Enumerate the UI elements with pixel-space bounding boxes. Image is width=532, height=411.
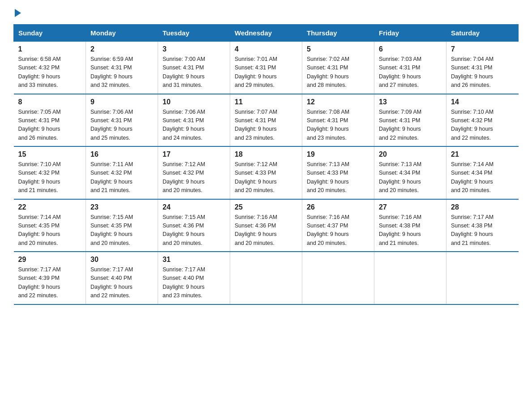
- calendar-day-cell: 26 Sunrise: 7:16 AMSunset: 4:37 PMDaylig…: [302, 199, 374, 252]
- calendar-week-row: 1 Sunrise: 6:58 AMSunset: 4:32 PMDayligh…: [14, 42, 519, 94]
- day-info: Sunrise: 7:16 AMSunset: 4:36 PMDaylight:…: [235, 214, 277, 246]
- day-info: Sunrise: 7:10 AMSunset: 4:32 PMDaylight:…: [451, 109, 493, 141]
- calendar-header-row: SundayMondayTuesdayWednesdayThursdayFrid…: [14, 25, 519, 42]
- day-number: 22: [18, 203, 82, 211]
- logo-arrow-icon: [15, 9, 21, 17]
- day-info: Sunrise: 7:17 AMSunset: 4:40 PMDaylight:…: [163, 266, 205, 299]
- day-info: Sunrise: 7:06 AMSunset: 4:31 PMDaylight:…: [90, 109, 133, 141]
- calendar-day-cell: 18 Sunrise: 7:12 AMSunset: 4:33 PMDaylig…: [230, 146, 302, 199]
- calendar-day-cell: 15 Sunrise: 7:10 AMSunset: 4:32 PMDaylig…: [14, 146, 86, 199]
- day-number: 26: [307, 203, 369, 211]
- calendar-day-cell: 22 Sunrise: 7:14 AMSunset: 4:35 PMDaylig…: [14, 199, 86, 252]
- day-number: 1: [18, 45, 82, 53]
- calendar-week-row: 8 Sunrise: 7:05 AMSunset: 4:31 PMDayligh…: [14, 94, 519, 147]
- logo: [13, 9, 21, 15]
- column-header-wednesday: Wednesday: [230, 25, 302, 42]
- calendar-day-cell: 20 Sunrise: 7:13 AMSunset: 4:34 PMDaylig…: [374, 146, 446, 199]
- day-info: Sunrise: 6:59 AMSunset: 4:31 PMDaylight:…: [90, 56, 133, 88]
- day-number: 3: [163, 45, 225, 53]
- calendar-day-cell: 30 Sunrise: 7:17 AMSunset: 4:40 PMDaylig…: [86, 252, 158, 304]
- calendar-day-cell: [302, 252, 374, 304]
- calendar-day-cell: [374, 252, 446, 304]
- calendar-day-cell: 1 Sunrise: 6:58 AMSunset: 4:32 PMDayligh…: [14, 42, 86, 94]
- day-number: 14: [451, 98, 514, 106]
- day-info: Sunrise: 7:06 AMSunset: 4:31 PMDaylight:…: [163, 109, 205, 141]
- day-info: Sunrise: 7:08 AMSunset: 4:31 PMDaylight:…: [307, 109, 349, 141]
- day-info: Sunrise: 6:58 AMSunset: 4:32 PMDaylight:…: [18, 56, 61, 88]
- day-info: Sunrise: 7:11 AMSunset: 4:32 PMDaylight:…: [90, 161, 133, 193]
- calendar-day-cell: 29 Sunrise: 7:17 AMSunset: 4:39 PMDaylig…: [14, 252, 86, 304]
- day-info: Sunrise: 7:09 AMSunset: 4:31 PMDaylight:…: [379, 109, 421, 141]
- calendar-day-cell: 27 Sunrise: 7:16 AMSunset: 4:38 PMDaylig…: [374, 199, 446, 252]
- day-number: 13: [379, 98, 442, 106]
- calendar-day-cell: 24 Sunrise: 7:15 AMSunset: 4:36 PMDaylig…: [158, 199, 230, 252]
- calendar-day-cell: 14 Sunrise: 7:10 AMSunset: 4:32 PMDaylig…: [446, 94, 519, 147]
- calendar-day-cell: 31 Sunrise: 7:17 AMSunset: 4:40 PMDaylig…: [158, 252, 230, 304]
- day-number: 24: [163, 203, 225, 211]
- day-number: 7: [451, 45, 514, 53]
- calendar-day-cell: 11 Sunrise: 7:07 AMSunset: 4:31 PMDaylig…: [230, 94, 302, 147]
- column-header-monday: Monday: [86, 25, 158, 42]
- day-info: Sunrise: 7:13 AMSunset: 4:34 PMDaylight:…: [379, 161, 421, 193]
- day-number: 27: [379, 203, 442, 211]
- day-number: 4: [235, 45, 297, 53]
- calendar-day-cell: 23 Sunrise: 7:15 AMSunset: 4:35 PMDaylig…: [86, 199, 158, 252]
- day-info: Sunrise: 7:00 AMSunset: 4:31 PMDaylight:…: [163, 56, 205, 88]
- calendar-day-cell: 9 Sunrise: 7:06 AMSunset: 4:31 PMDayligh…: [86, 94, 158, 147]
- calendar-week-row: 29 Sunrise: 7:17 AMSunset: 4:39 PMDaylig…: [14, 252, 519, 304]
- column-header-saturday: Saturday: [446, 25, 519, 42]
- day-number: 10: [163, 98, 225, 106]
- day-info: Sunrise: 7:17 AMSunset: 4:38 PMDaylight:…: [451, 214, 493, 246]
- day-info: Sunrise: 7:17 AMSunset: 4:40 PMDaylight:…: [90, 266, 133, 299]
- day-info: Sunrise: 7:16 AMSunset: 4:37 PMDaylight:…: [307, 214, 349, 246]
- calendar-day-cell: [446, 252, 519, 304]
- calendar-day-cell: 21 Sunrise: 7:14 AMSunset: 4:34 PMDaylig…: [446, 146, 519, 199]
- day-info: Sunrise: 7:05 AMSunset: 4:31 PMDaylight:…: [18, 109, 61, 141]
- day-info: Sunrise: 7:04 AMSunset: 4:31 PMDaylight:…: [451, 56, 493, 88]
- day-info: Sunrise: 7:14 AMSunset: 4:35 PMDaylight:…: [18, 214, 61, 246]
- calendar-day-cell: 19 Sunrise: 7:13 AMSunset: 4:33 PMDaylig…: [302, 146, 374, 199]
- day-number: 21: [451, 150, 514, 158]
- calendar-day-cell: 7 Sunrise: 7:04 AMSunset: 4:31 PMDayligh…: [446, 42, 519, 94]
- calendar-day-cell: 10 Sunrise: 7:06 AMSunset: 4:31 PMDaylig…: [158, 94, 230, 147]
- day-number: 9: [90, 98, 153, 106]
- calendar-day-cell: 2 Sunrise: 6:59 AMSunset: 4:31 PMDayligh…: [86, 42, 158, 94]
- day-number: 16: [90, 150, 153, 158]
- column-header-tuesday: Tuesday: [158, 25, 230, 42]
- day-info: Sunrise: 7:16 AMSunset: 4:38 PMDaylight:…: [379, 214, 421, 246]
- calendar-table: SundayMondayTuesdayWednesdayThursdayFrid…: [13, 24, 519, 305]
- calendar-day-cell: 5 Sunrise: 7:02 AMSunset: 4:31 PMDayligh…: [302, 42, 374, 94]
- calendar-day-cell: 17 Sunrise: 7:12 AMSunset: 4:32 PMDaylig…: [158, 146, 230, 199]
- column-header-sunday: Sunday: [14, 25, 86, 42]
- calendar-week-row: 22 Sunrise: 7:14 AMSunset: 4:35 PMDaylig…: [14, 199, 519, 252]
- day-number: 20: [379, 150, 442, 158]
- calendar-day-cell: [230, 252, 302, 304]
- day-info: Sunrise: 7:15 AMSunset: 4:35 PMDaylight:…: [90, 214, 133, 246]
- day-info: Sunrise: 7:07 AMSunset: 4:31 PMDaylight:…: [235, 109, 277, 141]
- day-number: 2: [90, 45, 153, 53]
- day-number: 25: [235, 203, 297, 211]
- day-info: Sunrise: 7:03 AMSunset: 4:31 PMDaylight:…: [379, 56, 421, 88]
- calendar-day-cell: 3 Sunrise: 7:00 AMSunset: 4:31 PMDayligh…: [158, 42, 230, 94]
- day-number: 19: [307, 150, 369, 158]
- day-number: 28: [451, 203, 514, 211]
- column-header-thursday: Thursday: [302, 25, 374, 42]
- day-number: 30: [90, 256, 153, 264]
- day-number: 31: [163, 256, 225, 264]
- calendar-day-cell: 16 Sunrise: 7:11 AMSunset: 4:32 PMDaylig…: [86, 146, 158, 199]
- day-number: 23: [90, 203, 153, 211]
- day-info: Sunrise: 7:17 AMSunset: 4:39 PMDaylight:…: [18, 266, 61, 299]
- calendar-day-cell: 8 Sunrise: 7:05 AMSunset: 4:31 PMDayligh…: [14, 94, 86, 147]
- day-number: 6: [379, 45, 442, 53]
- calendar-day-cell: 12 Sunrise: 7:08 AMSunset: 4:31 PMDaylig…: [302, 94, 374, 147]
- day-number: 12: [307, 98, 369, 106]
- calendar-day-cell: 4 Sunrise: 7:01 AMSunset: 4:31 PMDayligh…: [230, 42, 302, 94]
- day-number: 15: [18, 150, 82, 158]
- day-number: 11: [235, 98, 297, 106]
- day-info: Sunrise: 7:02 AMSunset: 4:31 PMDaylight:…: [307, 56, 349, 88]
- day-info: Sunrise: 7:12 AMSunset: 4:33 PMDaylight:…: [235, 161, 277, 193]
- page-header: [13, 9, 519, 15]
- calendar-week-row: 15 Sunrise: 7:10 AMSunset: 4:32 PMDaylig…: [14, 146, 519, 199]
- day-info: Sunrise: 7:15 AMSunset: 4:36 PMDaylight:…: [163, 214, 205, 246]
- day-info: Sunrise: 7:14 AMSunset: 4:34 PMDaylight:…: [451, 161, 493, 193]
